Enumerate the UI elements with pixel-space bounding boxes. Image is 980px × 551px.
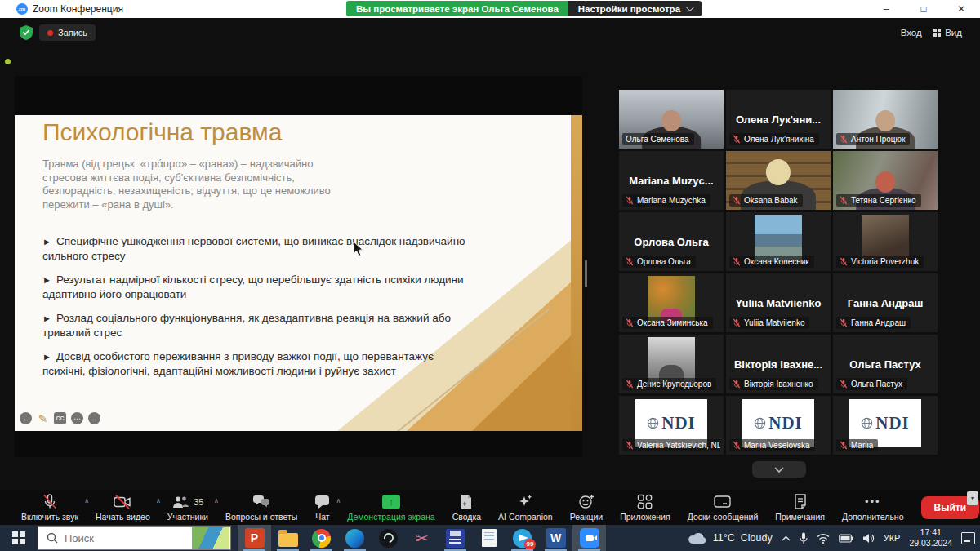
participants-button[interactable]: 35 ∧ Участники <box>167 494 208 522</box>
slide-paragraph: Травма (від грецьк. «трάυμα» – «рана») –… <box>42 158 346 212</box>
chat-button[interactable]: ∧ Чат <box>314 494 330 522</box>
apps-button[interactable]: Приложения <box>620 494 670 522</box>
participant-name-tag: Oksana Babak <box>729 194 803 207</box>
pen-tool-icon[interactable]: ✎ <box>37 412 49 424</box>
taskbar-file-explorer[interactable] <box>271 525 305 551</box>
clock-time: 17:41 <box>909 527 952 538</box>
chevron-up-icon[interactable]: ∧ <box>214 497 219 504</box>
taskbar-notepad[interactable] <box>472 525 506 551</box>
taskbar-chrome[interactable] <box>305 525 338 551</box>
taskbar-weather[interactable]: 11°C Cloudy <box>688 531 773 544</box>
close-button[interactable]: ✕ <box>942 0 980 18</box>
scissors-icon: ✂ <box>416 529 429 548</box>
maximize-button[interactable]: □ <box>905 0 942 18</box>
panel-resize-handle[interactable] <box>585 260 587 287</box>
taskbar-zoom[interactable] <box>572 525 606 551</box>
folder-icon <box>278 533 298 547</box>
search-input[interactable] <box>65 532 171 544</box>
participant-tile[interactable]: Ольга Семенова <box>619 90 724 149</box>
participant-name-tag: Тетяна Сергієнко <box>836 194 921 207</box>
chevron-up-icon[interactable]: ∧ <box>336 497 341 504</box>
participant-tile[interactable]: Денис Круподьоров <box>619 335 724 393</box>
notes-button[interactable]: Примечания <box>775 494 825 522</box>
wifi-icon <box>817 533 830 544</box>
more-button[interactable]: ••• Дополнительно <box>842 494 904 522</box>
chevron-up-icon[interactable]: ∧ <box>156 497 161 504</box>
participant-name-tag: Victoria Poverzhuk <box>836 256 924 268</box>
participant-tile[interactable]: Ганна Андраш Ганна Андраш <box>833 273 938 332</box>
taskbar-snipping-tool[interactable]: ✂ <box>405 525 439 551</box>
language-indicator[interactable]: УКР <box>884 533 901 543</box>
start-button[interactable] <box>0 525 38 551</box>
participant-tile[interactable]: Тетяна Сергієнко <box>833 151 938 210</box>
taskbar-word[interactable]: W <box>539 525 572 551</box>
panel-expand-button[interactable]: ▾ <box>967 491 978 505</box>
summary-button[interactable]: Сводка <box>452 494 481 522</box>
taskbar-telegram[interactable]: 99 <box>506 525 539 551</box>
chevron-down-icon <box>774 467 784 473</box>
tray-speaker[interactable] <box>862 533 875 544</box>
participant-tile[interactable]: NDI Mariia Veselovska <box>726 396 831 455</box>
share-screen-button[interactable]: ↑ Демонстрация экрана <box>347 494 434 522</box>
participant-tile[interactable]: Оксана Зиминська <box>619 273 724 332</box>
collapse-gallery-button[interactable] <box>752 461 806 478</box>
unmute-button[interactable]: ∧ Включить звук <box>21 494 78 522</box>
participant-tile[interactable]: Victoria Poverzhuk <box>833 212 938 271</box>
ai-companion-button[interactable]: AI Companion <box>498 494 553 522</box>
tray-mic[interactable] <box>800 532 808 544</box>
speaker-icon <box>862 533 875 544</box>
participant-tile[interactable]: NDI Mariia <box>833 396 938 455</box>
participant-tile[interactable]: Ольга Пастух Ольга Пастух <box>833 335 938 393</box>
signin-button[interactable]: Вход <box>901 24 922 41</box>
chat-bubble-icon <box>314 495 330 509</box>
participant-name-tag: Mariia Veselovska <box>729 439 815 451</box>
recording-indicator[interactable]: Запись <box>39 24 96 41</box>
mic-muted-icon <box>733 135 741 144</box>
view-options-button[interactable]: Настройки просмотра <box>568 1 702 16</box>
participant-tile[interactable]: Оксана Колесник <box>726 212 831 271</box>
taskbar-powerpoint[interactable]: P <box>238 525 271 551</box>
apps-icon <box>637 494 653 509</box>
hidden-icons-chevron[interactable] <box>782 535 791 541</box>
view-button[interactable]: Вид <box>933 24 962 41</box>
taskbar-edge[interactable] <box>338 525 372 551</box>
participant-tile[interactable]: Mariana Muzyc... Mariana Muzychka <box>619 151 724 210</box>
taskbar-search[interactable] <box>38 526 231 550</box>
chevron-up-icon[interactable]: ∧ <box>84 497 89 504</box>
qa-button[interactable]: Вопросы и ответы <box>225 494 297 522</box>
cloud-icon <box>688 531 707 544</box>
participant-tile[interactable]: Yuliia Matviienko Yuliia Matviienko <box>726 273 831 332</box>
more-options-button[interactable]: ⋯ <box>71 412 83 424</box>
slide-bullet: ►Результат надмірної кількості стресу, щ… <box>42 273 479 301</box>
tray-wifi[interactable] <box>817 533 830 544</box>
mic-muted-icon <box>733 257 741 266</box>
telegram-icon: 99 <box>513 529 532 548</box>
taskbar-obs[interactable] <box>372 525 405 551</box>
participant-tile[interactable]: Oksana Babak <box>726 151 831 210</box>
notification-dot <box>5 59 11 64</box>
minimize-button[interactable]: – <box>867 0 905 18</box>
next-slide-button[interactable]: → <box>88 412 100 424</box>
ai-sparkle-icon <box>517 494 533 509</box>
security-shield-icon[interactable] <box>20 25 33 40</box>
tray-battery[interactable] <box>839 534 853 543</box>
diskette-icon <box>446 529 465 548</box>
mic-muted-icon <box>840 318 848 327</box>
action-center-icon[interactable] <box>961 532 975 544</box>
search-highlight-image[interactable] <box>192 527 229 549</box>
participant-tile[interactable]: NDI Valeriia Yatskievich, NDI <box>619 396 724 455</box>
prev-slide-button[interactable]: ← <box>20 412 32 424</box>
participant-name-tag: Mariia <box>836 439 878 451</box>
mic-muted-icon <box>626 196 634 205</box>
reactions-button[interactable]: Реакции <box>570 494 604 522</box>
participant-tile[interactable]: Вікторія Івахне... Вікторія Івахненко <box>726 335 831 393</box>
participant-tile[interactable]: Орлова Ольга Орлова Ольга <box>619 212 724 271</box>
participant-tile[interactable]: Антон Процюк <box>833 90 938 149</box>
taskbar-clock[interactable]: 17:41 29.03.2024 <box>909 527 952 549</box>
taskbar-app[interactable] <box>439 525 472 551</box>
participant-tile[interactable]: Олена Лук'яни... Олена Лук'янихіна <box>726 90 831 149</box>
captions-button[interactable]: CC <box>54 412 66 424</box>
obs-icon <box>379 529 398 548</box>
start-video-button[interactable]: ∧ Начать видео <box>96 494 150 522</box>
whiteboards-button[interactable]: Доски сообщений <box>688 494 759 522</box>
